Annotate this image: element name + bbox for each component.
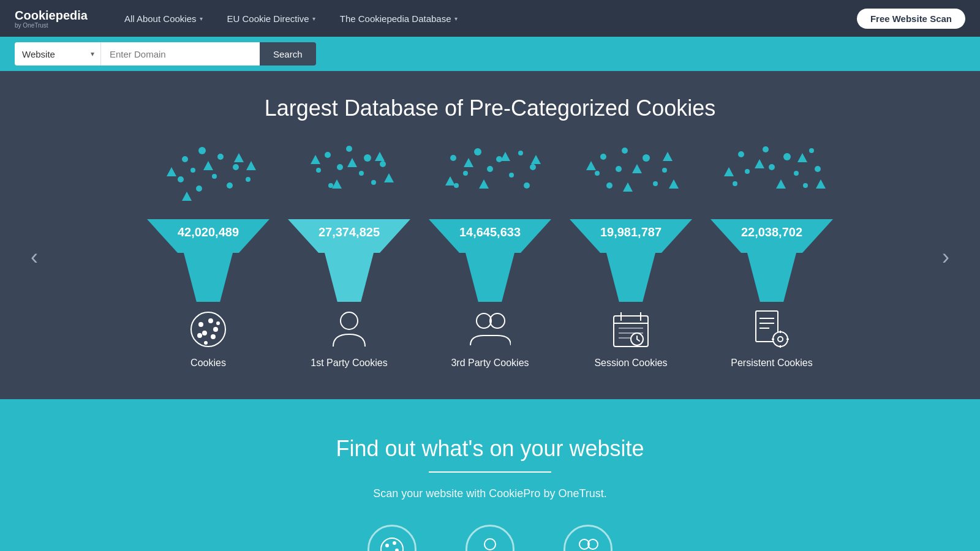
svg-point-21 xyxy=(198,334,202,337)
svg-point-32 xyxy=(371,180,376,185)
svg-point-15 xyxy=(191,312,225,347)
svg-point-2 xyxy=(217,154,224,160)
svg-point-59 xyxy=(595,171,600,176)
search-input[interactable] xyxy=(100,42,260,66)
svg-marker-88 xyxy=(797,153,807,162)
svg-point-8 xyxy=(196,186,202,192)
svg-point-0 xyxy=(182,156,188,162)
stat-number-cookies: 42,020,489 xyxy=(178,225,239,239)
nav-item-eu-cookie-directive[interactable]: EU Cookie Directive ▾ xyxy=(215,0,328,37)
svg-marker-37 xyxy=(375,152,385,161)
svg-point-22 xyxy=(205,342,207,344)
bottom-icon-cookie xyxy=(368,525,417,551)
svg-point-55 xyxy=(490,313,505,328)
svg-point-17 xyxy=(209,319,213,323)
bottom-subtitle: Scan your website with CookiePro by OneT… xyxy=(0,487,980,500)
stat-label-persistent: Persistent Cookies xyxy=(731,358,812,369)
svg-point-83 xyxy=(794,171,799,176)
svg-point-42 xyxy=(518,151,523,156)
svg-point-4 xyxy=(233,164,239,170)
carousel-prev-button[interactable]: ‹ xyxy=(24,238,44,276)
funnel-session: 19,981,787 xyxy=(570,219,692,302)
svg-point-58 xyxy=(643,154,650,162)
stat-label-1st-party: 1st Party Cookies xyxy=(311,358,387,369)
bottom-circle-person xyxy=(466,525,514,551)
svg-point-25 xyxy=(346,146,352,152)
svg-point-63 xyxy=(653,181,658,186)
person-icon xyxy=(325,305,374,354)
svg-point-19 xyxy=(203,331,206,335)
bottom-circle-cookie xyxy=(368,525,417,551)
svg-point-77 xyxy=(738,151,744,157)
logo[interactable]: Cookiepedia by OneTrust xyxy=(15,9,88,29)
svg-marker-66 xyxy=(586,161,596,170)
svg-marker-67 xyxy=(623,182,633,192)
svg-marker-49 xyxy=(445,176,455,186)
stat-label-session: Session Cookies xyxy=(594,358,667,369)
search-type-select[interactable]: Website Cookie xyxy=(15,42,100,66)
logo-subtitle: by OneTrust xyxy=(15,22,88,29)
funnel-1st-party: 27,374,825 xyxy=(288,219,410,302)
svg-point-56 xyxy=(600,154,606,160)
carousel-next-button[interactable]: › xyxy=(936,238,956,276)
svg-point-29 xyxy=(359,171,364,176)
stats-row: 42,020,489 xyxy=(74,146,907,369)
svg-point-80 xyxy=(809,148,814,153)
svg-point-45 xyxy=(509,173,514,178)
svg-marker-11 xyxy=(234,153,244,162)
cookie-icon xyxy=(184,305,233,354)
svg-point-84 xyxy=(815,166,821,172)
free-scan-button[interactable]: Free Website Scan xyxy=(857,9,965,29)
svg-marker-14 xyxy=(182,192,192,201)
chevron-down-icon: ▾ xyxy=(312,15,315,22)
stat-item-cookies: 42,020,489 xyxy=(147,146,270,369)
nav-item-cookiepedia-database[interactable]: The Cookiepedia Database ▾ xyxy=(328,0,470,37)
svg-point-27 xyxy=(316,168,321,173)
svg-point-104 xyxy=(393,542,396,544)
svg-point-78 xyxy=(763,146,769,152)
main-section: Largest Database of Pre-Categorized Cook… xyxy=(0,71,980,399)
stat-item-1st-party: 27,374,825 1st Party Cookies xyxy=(288,146,410,369)
bottom-icons-row xyxy=(0,525,980,551)
svg-point-62 xyxy=(606,182,612,189)
chevron-down-icon: ▾ xyxy=(200,15,203,22)
svg-marker-53 xyxy=(464,158,473,167)
svg-point-41 xyxy=(496,156,502,162)
svg-marker-89 xyxy=(724,167,734,176)
dots-area-persistent xyxy=(717,146,827,219)
navbar: Cookiepedia by OneTrust All About Cookie… xyxy=(0,0,980,37)
svg-point-61 xyxy=(662,168,667,173)
stat-item-session: 19,981,787 xyxy=(570,146,692,369)
svg-point-103 xyxy=(386,544,388,547)
svg-marker-34 xyxy=(311,155,320,164)
nav-item-all-about-cookies[interactable]: All About Cookies ▾ xyxy=(112,0,215,37)
funnel-cookies: 42,020,489 xyxy=(147,219,270,302)
svg-marker-12 xyxy=(167,167,176,176)
search-bar: Website Cookie Search xyxy=(0,37,980,71)
svg-point-28 xyxy=(337,164,343,170)
stat-number-persistent: 22,038,702 xyxy=(741,225,802,239)
svg-point-26 xyxy=(364,154,371,162)
svg-marker-13 xyxy=(246,161,256,170)
svg-point-31 xyxy=(328,183,333,188)
svg-point-1 xyxy=(198,147,206,154)
funnel-3rd-party: 14,645,633 xyxy=(429,219,551,302)
bottom-title: Find out what's on your website xyxy=(0,436,980,462)
bottom-icon-people xyxy=(564,525,612,551)
stat-item-3rd-party: 14,645,633 3rd Party Cookies xyxy=(429,146,551,369)
bottom-icon-person xyxy=(466,525,514,551)
svg-point-102 xyxy=(381,538,403,551)
logo-title: Cookiepedia xyxy=(15,9,88,22)
svg-point-20 xyxy=(211,335,215,339)
bottom-section: Find out what's on your website Scan you… xyxy=(0,399,980,551)
stat-label-cookies: Cookies xyxy=(190,358,226,369)
svg-point-40 xyxy=(474,148,481,156)
svg-point-85 xyxy=(733,181,737,186)
bottom-circle-people xyxy=(564,525,612,551)
svg-marker-64 xyxy=(632,164,642,173)
svg-marker-35 xyxy=(384,173,394,182)
svg-marker-52 xyxy=(531,155,541,164)
search-button[interactable]: Search xyxy=(260,42,316,66)
svg-point-81 xyxy=(745,169,750,174)
chevron-down-icon: ▾ xyxy=(454,15,458,22)
